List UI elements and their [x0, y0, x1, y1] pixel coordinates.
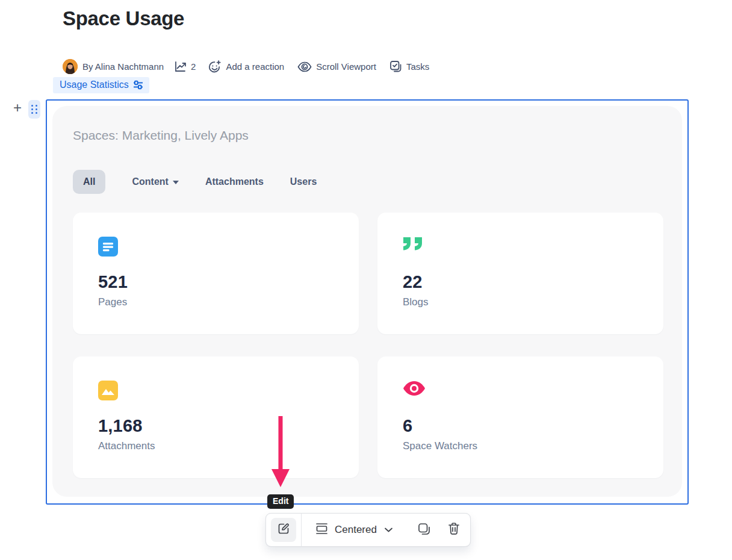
scroll-viewport-label[interactable]: Scroll Viewport — [316, 61, 376, 72]
scroll-viewport-icon — [297, 61, 312, 72]
layout-dropdown-label: Centered — [335, 524, 377, 536]
stat-value: 22 — [403, 272, 638, 292]
layout-dropdown[interactable]: Centered — [302, 523, 404, 537]
pages-icon — [98, 237, 333, 257]
stat-card-blogs: 22 Blogs — [377, 213, 663, 334]
insert-block-button[interactable]: + — [10, 100, 25, 116]
confluence-editor-canvas: Space Usage By Alina Nachtmann 2 — [0, 0, 732, 560]
edit-button[interactable] — [271, 518, 296, 542]
spaces-heading: Spaces: Marketing, Lively Apps — [73, 128, 249, 143]
analytics-icon[interactable] — [175, 61, 188, 73]
trash-icon — [448, 522, 460, 538]
stat-card-attachments: 1,168 Attachments — [73, 356, 359, 478]
blogs-quote-icon — [403, 237, 638, 257]
chevron-down-icon — [173, 181, 179, 184]
selected-macro-block[interactable]: Spaces: Marketing, Lively Apps All Conte… — [46, 99, 689, 505]
add-reaction-icon[interactable] — [208, 60, 222, 73]
macro-chip-usage-statistics[interactable]: Usage Statistics — [53, 77, 149, 93]
delete-button[interactable] — [444, 518, 464, 542]
copy-button[interactable] — [414, 518, 435, 542]
image-icon — [98, 381, 333, 400]
tab-all[interactable]: All — [73, 170, 105, 194]
stat-label: Pages — [98, 296, 333, 308]
stat-value: 521 — [98, 272, 333, 292]
macro-settings-icon — [133, 80, 143, 90]
stats-filter-tabs: All Content Attachments Users — [73, 170, 325, 194]
stat-label: Attachments — [98, 440, 333, 452]
edit-tooltip: Edit — [267, 494, 294, 509]
add-reaction-label[interactable]: Add a reaction — [226, 61, 284, 72]
stats-card-grid: 521 Pages 22 Blogs — [73, 213, 663, 478]
drag-dots-icon — [31, 105, 37, 114]
stat-card-space-watchers: 6 Space Watchers — [377, 356, 663, 478]
author-avatar[interactable] — [63, 59, 78, 74]
stat-value: 1,168 — [98, 416, 333, 436]
edit-pencil-icon — [277, 522, 290, 538]
plus-icon: + — [13, 99, 22, 116]
copy-icon — [417, 522, 431, 538]
stat-label: Space Watchers — [403, 440, 638, 452]
stat-label: Blogs — [403, 296, 638, 308]
watchers-eye-icon — [403, 381, 638, 400]
tab-users[interactable]: Users — [282, 170, 325, 194]
chevron-down-icon — [384, 524, 393, 535]
drag-handle[interactable] — [28, 100, 40, 119]
tasks-icon[interactable] — [389, 60, 402, 73]
page-title[interactable]: Space Usage — [63, 7, 184, 30]
author-name[interactable]: By Alina Nachtmann — [82, 61, 164, 72]
stat-card-pages: 521 Pages — [73, 213, 359, 334]
tab-content-label: Content — [132, 176, 168, 187]
analytics-count[interactable]: 2 — [191, 61, 196, 72]
tab-attachments[interactable]: Attachments — [197, 170, 272, 194]
avatar-image — [63, 59, 78, 74]
macro-chip-label: Usage Statistics — [60, 79, 129, 90]
stat-value: 6 — [403, 416, 638, 436]
macro-floating-toolbar: Centered — [265, 513, 471, 547]
byline: By Alina Nachtmann 2 Add a reaction — [63, 59, 429, 74]
tab-content[interactable]: Content — [123, 170, 187, 194]
tasks-label[interactable]: Tasks — [406, 61, 429, 72]
usage-statistics-panel: Spaces: Marketing, Lively Apps All Conte… — [52, 106, 682, 497]
layout-centered-icon — [316, 523, 327, 537]
